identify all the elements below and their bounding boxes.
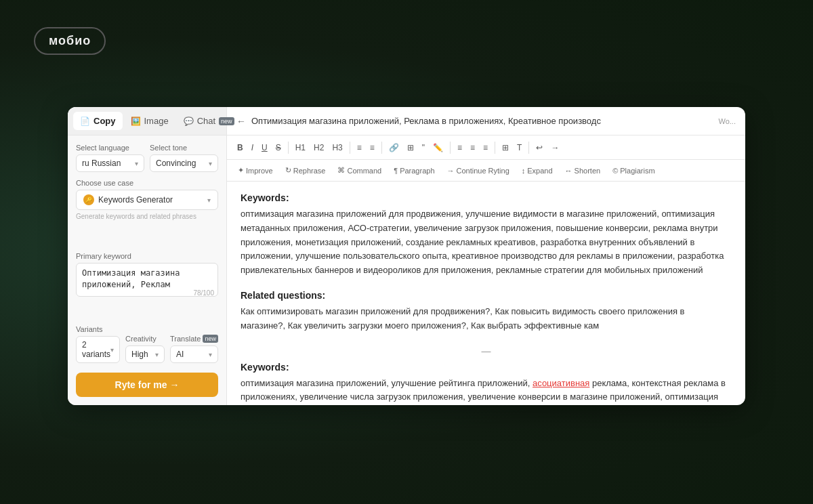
shorten-action[interactable]: ↔ Shorten	[561, 165, 605, 176]
align-left-button[interactable]: ≡	[454, 141, 465, 154]
toolbar-sep-3	[381, 142, 382, 154]
variants-select[interactable]: 2 variants ▾	[76, 336, 120, 363]
improve-action[interactable]: ✦ Improve	[234, 165, 277, 176]
editor-header: ← Оптимизация магазина приложений, Рекла…	[227, 107, 745, 135]
copy-tab-icon: 📄	[80, 117, 90, 126]
editor-title: Оптимизация магазина приложений, Реклама…	[251, 116, 713, 126]
strikethrough-button[interactable]: S	[272, 141, 285, 154]
variants-row: Variants 2 variants ▾ Creativity High ▾	[76, 325, 218, 363]
use-case-select[interactable]: 🔑 Keywords Generator ▾	[76, 190, 218, 210]
variants-label: Variants	[76, 325, 120, 333]
variants-value: 2 variants	[82, 340, 110, 359]
translate-chevron-icon: ▾	[209, 351, 212, 358]
tab-image-label: Image	[144, 116, 169, 126]
align-center-button[interactable]: ≡	[467, 141, 478, 154]
form-area: Select language ru Russian ▾ Select tone…	[68, 135, 226, 405]
edit-button[interactable]: ✏️	[430, 141, 446, 154]
paragraph-action[interactable]: ¶ Paragraph	[390, 165, 438, 176]
creativity-select[interactable]: High ▾	[125, 345, 165, 363]
h1-button[interactable]: H1	[292, 141, 309, 154]
italic-button[interactable]: I	[248, 141, 257, 154]
variants-group: Variants 2 variants ▾	[76, 325, 120, 363]
paragraph-icon: ¶	[394, 167, 398, 175]
toolbar-sep-2	[350, 142, 350, 154]
keywords-text-2: оптимизация магазина приложений, улучшен…	[241, 377, 732, 405]
translate-new-badge: new	[203, 335, 218, 343]
use-case-icon: 🔑	[83, 194, 94, 205]
improve-label: Improve	[246, 167, 273, 175]
lang-tone-row: Select language ru Russian ▾ Select tone…	[76, 144, 218, 172]
related-questions-heading-1: Related questions:	[241, 290, 732, 301]
redo-button[interactable]: →	[547, 141, 562, 154]
misspelled-word: асоциативная	[533, 378, 589, 388]
continue-icon: →	[447, 167, 455, 175]
keywords-section-1: Keywords: оптимизация магазина приложени…	[241, 192, 732, 278]
related-questions-text-1: Как оптимизировать магазин приложений дл…	[241, 305, 732, 333]
ryte-button[interactable]: Ryte for me →	[76, 373, 218, 397]
language-chevron-icon: ▾	[135, 160, 138, 167]
h2-button[interactable]: H2	[310, 141, 327, 154]
bold-button[interactable]: B	[234, 141, 247, 154]
translate-value: AI	[176, 350, 184, 359]
toolbar-sep-4	[450, 142, 451, 154]
rephrase-label: Rephrase	[293, 167, 326, 175]
back-arrow-icon[interactable]: ←	[236, 116, 246, 127]
keyword-textarea-wrap: 78/100	[76, 263, 218, 299]
creativity-label: Creativity	[125, 335, 165, 343]
language-value: ru Russian	[82, 159, 121, 168]
tab-copy-label: Copy	[93, 116, 116, 126]
use-case-value: Keywords Generator	[98, 195, 173, 205]
text-button[interactable]: T	[514, 141, 525, 154]
language-label: Select language	[76, 144, 144, 152]
command-icon: ⌘	[337, 166, 345, 175]
language-group: Select language ru Russian ▾	[76, 144, 144, 172]
plagiarism-label: Plagiarism	[620, 167, 654, 175]
keywords-heading-1: Keywords:	[241, 192, 732, 203]
underline-button[interactable]: U	[258, 141, 271, 154]
toolbar-sep-5	[495, 142, 495, 154]
tone-label: Select tone	[150, 144, 218, 152]
language-select[interactable]: ru Russian ▾	[76, 154, 144, 172]
table-button[interactable]: ⊞	[404, 141, 417, 154]
keywords-heading-2: Keywords:	[241, 362, 732, 373]
translate-select[interactable]: AI ▾	[170, 345, 218, 363]
tab-image[interactable]: 🖼️ Image	[124, 112, 175, 130]
link-button[interactable]: 🔗	[385, 141, 402, 154]
bullet-list-button[interactable]: ≡	[354, 141, 365, 154]
related-questions-section-1: Related questions: Как оптимизировать ма…	[241, 290, 732, 333]
format-button[interactable]: ⊞	[499, 141, 512, 154]
logo-text: мобио	[49, 34, 91, 47]
image-tab-icon: 🖼️	[131, 117, 141, 126]
creativity-chevron-icon: ▾	[155, 351, 159, 358]
editor-toolbar: B I U S H1 H2 H3 ≡ ≡ 🔗 ⊞ " ✏️ ≡ ≡ ≡ ⊞ T …	[227, 135, 745, 160]
primary-keyword-group: Primary keyword 78/100	[76, 252, 218, 318]
tabs-bar: 📄 Copy 🖼️ Image 💬 Chat new	[68, 107, 226, 135]
plagiarism-icon: ©	[612, 167, 618, 175]
use-case-group: Choose use case 🔑 Keywords Generator ▾ G…	[76, 179, 218, 245]
translate-group: Translate new AI ▾	[170, 335, 218, 363]
tab-copy[interactable]: 📄 Copy	[73, 112, 123, 130]
use-case-hint: Generate keywords and related phrases	[76, 213, 218, 220]
toolbar-sep-1	[288, 142, 289, 154]
plagiarism-action[interactable]: © Plagiarism	[608, 165, 659, 176]
tone-chevron-icon: ▾	[209, 160, 212, 167]
align-right-button[interactable]: ≡	[480, 141, 491, 154]
expand-label: Expand	[527, 167, 552, 175]
variants-chevron-icon: ▾	[110, 346, 114, 354]
command-action[interactable]: ⌘ Command	[333, 165, 385, 176]
continue-ryting-action[interactable]: → Continue Ryting	[443, 165, 514, 176]
toolbar-sep-6	[528, 142, 529, 154]
tone-select[interactable]: Convincing ▾	[150, 154, 218, 172]
expand-action[interactable]: ↕ Expand	[518, 165, 557, 176]
content-area: Keywords: оптимизация магазина приложени…	[227, 182, 745, 405]
creativity-group: Creativity High ▾	[125, 335, 165, 363]
h3-button[interactable]: H3	[329, 141, 346, 154]
improve-icon: ✦	[238, 166, 244, 175]
rephrase-action[interactable]: ↻ Rephrase	[281, 165, 330, 176]
quote-button[interactable]: "	[419, 141, 428, 154]
tab-chat-label: Chat	[197, 116, 215, 126]
tone-group: Select tone Convincing ▾	[150, 144, 218, 172]
translate-label: Translate new	[170, 335, 218, 343]
undo-button[interactable]: ↩	[533, 141, 546, 154]
ordered-list-button[interactable]: ≡	[367, 141, 378, 154]
